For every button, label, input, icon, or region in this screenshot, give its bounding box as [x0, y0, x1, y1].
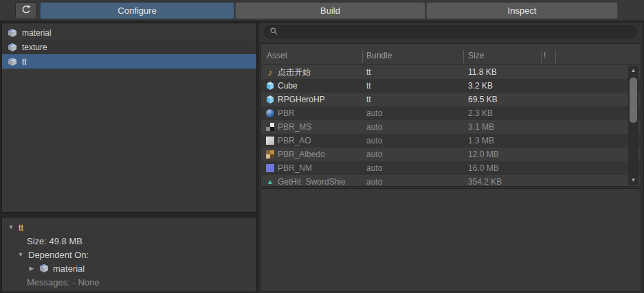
vertical-scrollbar[interactable]: ▲ ▼ [628, 66, 639, 185]
asset-name: RPGHeroHP [278, 93, 325, 106]
asset-bundle: tt [366, 65, 371, 79]
detail-size-text: Size: 49.8 MB [27, 236, 82, 246]
asset-row[interactable]: ▲ GetHit_SwordShie auto 354.2 KB [261, 175, 641, 187]
asset-bundle: auto [366, 161, 382, 175]
bundle-item-tt[interactable]: tt [2, 54, 256, 69]
scrollbar-thumb[interactable] [630, 78, 637, 123]
prefab-icon [265, 93, 275, 106]
asset-row[interactable]: PBR auto 2.3 KB [261, 106, 641, 120]
asset-name: GetHit_SwordShie [278, 175, 346, 187]
asset-name: PBR_NM [278, 161, 312, 175]
asset-size: 11.8 KB [468, 65, 497, 79]
bundle-detail-panel: ▼ tt Size: 49.8 MB ▼ Dependent On: ▶ mat… [1, 217, 257, 292]
tab-inspect[interactable]: Inspect [426, 2, 618, 19]
asset-bundle-browser-window: Configure Build Inspect material [0, 0, 644, 293]
texture-icon [265, 161, 275, 175]
asset-name: Cube [278, 79, 298, 93]
asset-row[interactable]: Cube tt 3.2 KB [261, 79, 641, 93]
message-panel [260, 188, 641, 292]
material-icon [265, 106, 275, 120]
asset-table: Asset Bundle Size ! ♪ 点击开始 tt 11.8 KB [260, 43, 641, 187]
asset-row[interactable]: PBR_MS auto 3.1 MB [261, 120, 641, 134]
foldout-open-icon[interactable]: ▼ [8, 224, 14, 231]
asset-bundle: tt [366, 79, 371, 93]
scroll-down-icon[interactable]: ▼ [628, 177, 639, 184]
asset-row[interactable]: PBR_Albedo auto 12.0 MB [261, 148, 641, 161]
search-field[interactable] [264, 25, 637, 38]
asset-table-header: Asset Bundle Size ! [261, 44, 641, 65]
asset-bundle-icon [8, 43, 17, 52]
detail-dependent-label: Dependent On: [28, 250, 89, 260]
asset-size: 3.2 KB [468, 79, 493, 93]
search-input[interactable] [281, 27, 631, 38]
asset-row[interactable]: RPGHeroHP tt 69.5 KB [261, 93, 641, 106]
column-header-asset[interactable]: Asset [267, 51, 287, 60]
asset-name: PBR_AO [278, 134, 311, 148]
asset-row[interactable]: PBR_NM auto 16.0 MB [261, 161, 641, 175]
asset-bundle: auto [366, 175, 382, 187]
asset-bundle-icon [8, 28, 17, 38]
animation-clip-icon: ▲ [265, 175, 275, 187]
asset-row[interactable]: PBR_AO auto 1.3 MB [261, 134, 641, 148]
asset-name: PBR_Albedo [278, 148, 325, 161]
asset-bundle: auto [366, 120, 382, 134]
foldout-open-icon[interactable]: ▼ [17, 251, 24, 258]
tab-configure-label: Configure [118, 5, 156, 16]
asset-table-body: ♪ 点击开始 tt 11.8 KB Cube tt 3.2 KB [261, 65, 641, 187]
detail-size-line: Size: 49.8 MB [2, 234, 256, 248]
asset-name: PBR_MS [278, 120, 311, 134]
bundle-item-label: material [22, 28, 52, 38]
foldout-closed-icon[interactable]: ▶ [28, 265, 35, 272]
asset-size: 2.3 KB [468, 106, 493, 120]
detail-bundle-title: tt [19, 222, 23, 233]
detail-root[interactable]: ▼ tt [2, 220, 256, 234]
bundle-item-texture[interactable]: texture [2, 40, 256, 54]
tab-build-label: Build [320, 5, 340, 16]
column-header-warning[interactable]: ! [544, 51, 546, 60]
asset-name: 点击开始 [278, 65, 311, 79]
column-divider[interactable] [555, 50, 556, 63]
asset-bundle: tt [366, 93, 371, 106]
bundle-list-panel: material texture [1, 23, 257, 213]
tab-configure[interactable]: Configure [40, 2, 234, 19]
asset-bundle-icon [39, 263, 49, 273]
asset-pane: Asset Bundle Size ! ♪ 点击开始 tt 11.8 KB [259, 23, 643, 293]
search-icon [270, 27, 278, 37]
asset-size: 69.5 KB [468, 93, 498, 106]
column-header-size[interactable]: Size [468, 51, 484, 60]
texture-icon [265, 134, 275, 148]
toolbar: Configure Build Inspect [0, 0, 644, 21]
texture-icon [265, 148, 275, 161]
asset-size: 16.0 MB [468, 161, 499, 175]
prefab-icon [265, 79, 275, 93]
column-header-bundle[interactable]: Bundle [366, 51, 392, 60]
detail-dependency-item[interactable]: ▶ material [2, 261, 256, 275]
detail-dependency-label: material [53, 263, 85, 274]
detail-messages-line: Messages: - None [2, 275, 256, 289]
scroll-up-icon[interactable]: ▲ [628, 67, 639, 74]
bundle-item-label: tt [22, 57, 27, 67]
asset-size: 12.0 MB [468, 148, 499, 161]
asset-row[interactable]: ♪ 点击开始 tt 11.8 KB [261, 65, 641, 79]
tab-build[interactable]: Build [235, 2, 425, 19]
refresh-button[interactable] [15, 2, 36, 19]
column-divider[interactable] [541, 50, 542, 63]
refresh-icon [21, 4, 32, 17]
asset-size: 3.1 MB [468, 120, 494, 134]
asset-bundle: auto [366, 148, 382, 161]
tab-inspect-label: Inspect [508, 5, 537, 16]
asset-size: 354.2 KB [468, 175, 502, 187]
bundle-item-material[interactable]: material [2, 25, 256, 40]
asset-bundle: auto [366, 106, 382, 120]
column-divider[interactable] [362, 50, 363, 63]
detail-messages-text: Messages: - None [27, 277, 100, 288]
column-divider[interactable] [463, 50, 464, 63]
detail-dependent-line[interactable]: ▼ Dependent On: [2, 248, 256, 261]
asset-size: 1.3 MB [468, 134, 494, 148]
asset-bundle-icon [8, 57, 17, 67]
asset-bundle: auto [366, 134, 382, 148]
texture-icon [265, 120, 275, 134]
bundle-item-label: texture [22, 43, 47, 52]
asset-name: PBR [278, 106, 295, 120]
audio-clip-icon: ♪ [265, 65, 275, 79]
